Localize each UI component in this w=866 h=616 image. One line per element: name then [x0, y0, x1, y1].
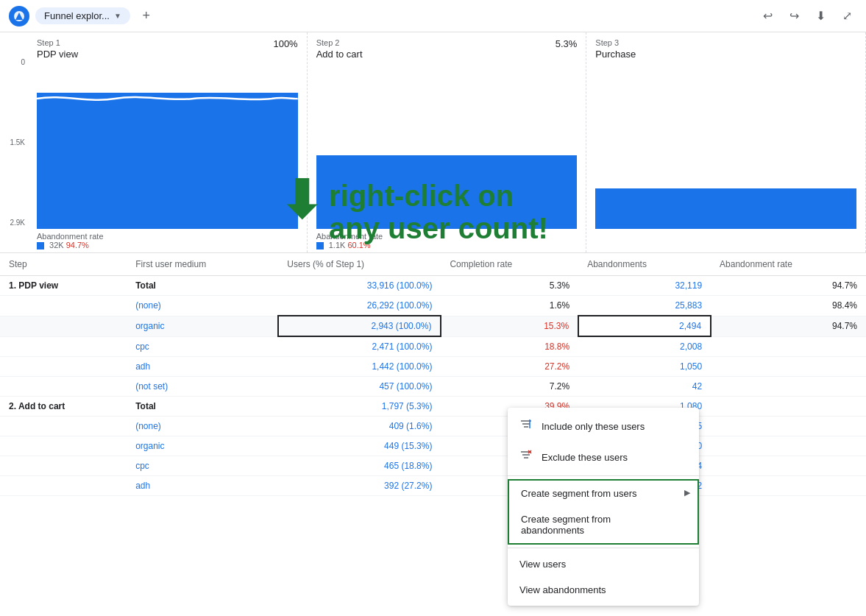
- cell-medium[interactable]: organic: [127, 316, 278, 336]
- step2-bar-area: [308, 63, 586, 252]
- step3-bar: [595, 188, 856, 229]
- include-filter-icon: [519, 418, 533, 434]
- cell-completion: 1.6%: [441, 296, 578, 316]
- cell-medium[interactable]: (none): [127, 296, 278, 316]
- redo-button[interactable]: ↪: [784, 6, 804, 26]
- cell-completion: 15.3%: [441, 316, 578, 336]
- table-row: organic449 (15.3%)31.8%30: [0, 436, 866, 456]
- cell-medium[interactable]: (not set): [127, 377, 278, 397]
- menu-create-segment[interactable]: Create segment from users ▶: [509, 481, 698, 506]
- cell-users[interactable]: 457 (100.0%): [278, 377, 441, 397]
- table-row: (not set)457 (100.0%)7.2%42: [0, 377, 866, 397]
- step1-pct: 100%: [273, 38, 297, 49]
- cell-abandonments[interactable]: 2,494: [578, 316, 711, 336]
- funnel-step-1: Step 1 PDP view 100% Abandonment rate 32…: [28, 32, 308, 252]
- menu-exclude-users[interactable]: Exclude these users: [508, 442, 699, 472]
- th-step: Step: [0, 253, 127, 276]
- main-content: 2.9K 1.5K 0 Step 1 PDP view 100%: [0, 32, 866, 616]
- cell-completion: 5.3%: [441, 276, 578, 296]
- add-tab-button[interactable]: +: [136, 6, 157, 26]
- cell-abandon-rate: [711, 357, 866, 377]
- y-label-mid: 1.5K: [10, 138, 25, 146]
- funnel-chart: 2.9K 1.5K 0 Step 1 PDP view 100%: [0, 32, 866, 253]
- app-icon: [9, 6, 29, 26]
- tab-label: Funnel explor...: [44, 10, 110, 21]
- cell-users[interactable]: 33,916 (100.0%): [278, 276, 441, 296]
- chevron-down-icon: ▼: [114, 12, 121, 20]
- include-users-label: Include only these users: [542, 421, 645, 432]
- cell-step: 2. Add to cart: [0, 397, 127, 417]
- cell-step: [0, 316, 127, 336]
- cell-medium[interactable]: cpc: [127, 336, 278, 357]
- menu-view-abandonments[interactable]: View abandonments: [508, 577, 699, 603]
- table-row: cpc2,471 (100.0%)18.8%2,008: [0, 336, 866, 357]
- cell-abandon-rate: [711, 476, 866, 496]
- step2-aband-dot: [316, 242, 324, 249]
- data-table: Step First user medium Users (% of Step …: [0, 253, 866, 616]
- step1-aband-count: 32K: [49, 241, 64, 249]
- cell-step: [0, 456, 127, 476]
- active-tab[interactable]: Funnel explor... ▼: [35, 7, 130, 24]
- create-segment-label: Create segment from users: [521, 488, 637, 499]
- step2-label: Step 2: [316, 38, 363, 47]
- cell-abandon-rate: [711, 377, 866, 397]
- cell-users[interactable]: 1,442 (100.0%): [278, 357, 441, 377]
- cell-abandon-rate: 94.7%: [711, 316, 866, 336]
- cell-step: 1. PDP view: [0, 276, 127, 296]
- cell-medium[interactable]: adh: [127, 476, 278, 496]
- undo-button[interactable]: ↩: [757, 6, 778, 26]
- cell-step: [0, 417, 127, 436]
- cell-step: [0, 296, 127, 316]
- cell-medium[interactable]: (none): [127, 417, 278, 436]
- cell-users[interactable]: 2,471 (100.0%): [278, 336, 441, 357]
- cell-abandon-rate: 98.4%: [711, 296, 866, 316]
- expand-button[interactable]: ⤢: [837, 6, 857, 26]
- step2-aband-label: Abandonment rate: [316, 232, 383, 241]
- cell-abandonments[interactable]: 2,008: [578, 336, 711, 357]
- step1-header: Step 1 PDP view 100%: [28, 32, 307, 63]
- cell-abandonments[interactable]: 1,050: [578, 357, 711, 377]
- step2-name: Add to cart: [316, 49, 363, 60]
- menu-view-users[interactable]: View users: [508, 551, 699, 577]
- cell-users[interactable]: 449 (15.3%): [278, 436, 441, 456]
- cell-completion: 18.8%: [441, 336, 578, 357]
- menu-create-segment-abandon[interactable]: Create segment fromabandonments: [509, 506, 698, 543]
- step3-label: Step 3: [595, 38, 636, 47]
- cell-abandon-rate: 94.7%: [711, 276, 866, 296]
- cell-users[interactable]: 1,797 (5.3%): [278, 397, 441, 417]
- context-menu: Include only these users Exclude these u…: [508, 408, 699, 606]
- step1-bar: [37, 93, 298, 229]
- cell-medium[interactable]: adh: [127, 357, 278, 377]
- view-users-label: View users: [519, 559, 566, 570]
- cell-users[interactable]: 409 (1.6%): [278, 417, 441, 436]
- table-row: organic2,943 (100.0%)15.3%2,49494.7%: [0, 316, 866, 336]
- step1-aband-dot: [37, 242, 44, 249]
- step2-abandonment: Abandonment rate 1.1K 60.1%: [316, 232, 383, 249]
- cell-abandonments[interactable]: 32,119: [578, 276, 711, 296]
- step3-name: Purchase: [595, 49, 636, 60]
- cell-abandon-rate: [711, 417, 866, 436]
- y-label-top: 2.9K: [10, 219, 25, 227]
- cell-step: [0, 336, 127, 357]
- table-row: adh392 (27.2%)42.6%22: [0, 476, 866, 496]
- step2-pct: 5.3%: [556, 38, 578, 49]
- table-row: 1. PDP viewTotal33,916 (100.0%)5.3%32,11…: [0, 276, 866, 296]
- cell-medium[interactable]: cpc: [127, 456, 278, 476]
- create-segment-abandon-label: Create segment fromabandonments: [521, 514, 611, 536]
- cell-abandonments[interactable]: 42: [578, 377, 711, 397]
- download-button[interactable]: ⬇: [810, 6, 831, 26]
- cell-medium[interactable]: organic: [127, 436, 278, 456]
- toolbar-right: ↩ ↪ ⬇ ⤢: [757, 6, 857, 26]
- cell-users[interactable]: 26,292 (100.0%): [278, 296, 441, 316]
- step3-bar-area: [586, 63, 865, 252]
- step1-label: Step 1: [37, 38, 78, 47]
- cell-abandonments[interactable]: 25,883: [578, 296, 711, 316]
- cell-users[interactable]: 392 (27.2%): [278, 476, 441, 496]
- menu-include-users[interactable]: Include only these users: [508, 411, 699, 442]
- cell-users[interactable]: 2,943 (100.0%): [278, 316, 441, 336]
- step1-aband-label: Abandonment rate: [37, 232, 104, 241]
- submenu-arrow-icon: ▶: [684, 488, 690, 498]
- table-row: (none)26,292 (100.0%)1.6%25,88398.4%: [0, 296, 866, 316]
- cell-users[interactable]: 465 (18.8%): [278, 456, 441, 476]
- view-abandonments-label: View abandonments: [519, 584, 606, 595]
